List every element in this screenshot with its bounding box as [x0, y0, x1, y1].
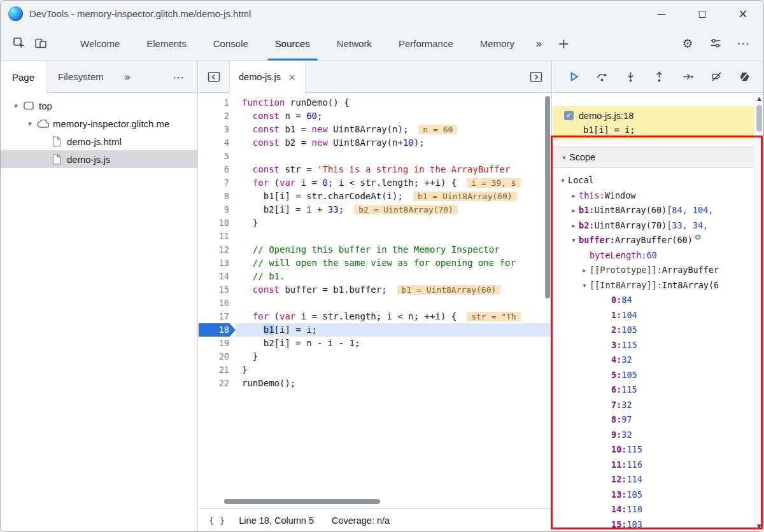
- line-content[interactable]: const buffer = b1.buffer;b1 = Uint8Array…: [236, 283, 551, 297]
- chevron-down-icon[interactable]: ▾: [569, 233, 579, 248]
- tab-network[interactable]: Network: [323, 26, 385, 60]
- line-content[interactable]: [236, 297, 551, 310]
- tree-item-memory-inspector-glitch-me[interactable]: ▾memory-inspector.glitch.me: [1, 115, 197, 132]
- line-number[interactable]: 16: [199, 297, 236, 310]
- chevron-right-icon[interactable]: ▸: [569, 188, 579, 204]
- line-content[interactable]: const str = 'This is a string in the Arr…: [236, 163, 551, 176]
- tab-elements[interactable]: Elements: [133, 26, 200, 60]
- scope-section-local[interactable]: ▾Local: [553, 173, 754, 188]
- breakpoint-entry[interactable]: ✓ demo-js.js:18 b1[i] = i;: [553, 106, 754, 140]
- scope-row-buffer[interactable]: ▾buffer: ArrayBuffer(60)⚙: [553, 233, 754, 248]
- more-options-icon[interactable]: ⋯: [733, 32, 754, 54]
- close-tab-icon[interactable]: ×: [288, 72, 296, 82]
- line-number[interactable]: 2: [199, 109, 236, 123]
- line-number[interactable]: 20: [199, 350, 236, 363]
- chevron-right-icon[interactable]: ▸: [579, 263, 590, 278]
- chevron-right-icon[interactable]: ▸: [569, 218, 579, 234]
- tab-console[interactable]: Console: [200, 26, 262, 60]
- breakpoint-location[interactable]: demo-js.js:18: [579, 111, 633, 121]
- line-number[interactable]: 13: [199, 256, 236, 270]
- line-content[interactable]: [236, 150, 551, 163]
- line-number[interactable]: 9: [199, 203, 236, 216]
- line-content[interactable]: b1[i] = str.charCodeAt(i);b1 = Uint8Arra…: [236, 190, 551, 203]
- line-content[interactable]: }: [236, 350, 551, 363]
- hide-navigator-icon[interactable]: [199, 71, 229, 83]
- line-content[interactable]: b2[i] = i + 33;b2 = Uint8Array(70): [236, 203, 551, 216]
- step-into-icon[interactable]: [623, 69, 639, 85]
- line-number[interactable]: 14: [199, 270, 236, 283]
- chevron-down-icon[interactable]: ▾: [11, 102, 21, 110]
- step-out-icon[interactable]: [651, 69, 667, 85]
- memory-inspector-icon[interactable]: ⚙: [695, 233, 702, 246]
- deactivate-breakpoints-icon[interactable]: [708, 69, 725, 85]
- line-content[interactable]: }: [236, 216, 551, 230]
- scope-section-header[interactable]: ▾ Scope: [553, 146, 754, 168]
- scrollbar-thumb[interactable]: [756, 105, 762, 132]
- open-in-new-panel-icon[interactable]: [530, 71, 542, 83]
- sidebar-tab-filesystem[interactable]: Filesystem: [46, 61, 115, 92]
- chevron-down-icon[interactable]: ▾: [558, 173, 568, 188]
- pause-on-exceptions-icon[interactable]: [737, 69, 753, 85]
- line-content[interactable]: // will open the same view as for openin…: [236, 256, 551, 270]
- minimize-button[interactable]: —: [641, 1, 682, 26]
- line-content[interactable]: const b1 = new Uint8Array(n);n = 60: [236, 123, 551, 136]
- chevron-down-icon[interactable]: ▾: [559, 154, 569, 161]
- line-number[interactable]: 6: [199, 163, 236, 176]
- add-panel-button[interactable]: +: [550, 36, 577, 52]
- editor-tab-demo-js[interactable]: demo-js.js ×: [229, 61, 306, 94]
- device-toolbar-icon[interactable]: [30, 32, 52, 54]
- editor-horizontal-scrollbar[interactable]: [224, 499, 380, 504]
- line-number[interactable]: 5: [199, 150, 236, 163]
- line-content[interactable]: for (var i = 0; i < str.length; ++i) {i …: [236, 176, 551, 190]
- scope-row--int8array-[interactable]: ▾[[Int8Array]]: Int8Array(6: [553, 278, 754, 293]
- scope-row-this[interactable]: ▸this: Window: [553, 188, 754, 204]
- line-number[interactable]: 1: [199, 96, 236, 109]
- step-over-icon[interactable]: [594, 69, 611, 85]
- sidebar-tab-page[interactable]: Page: [1, 61, 46, 94]
- line-content[interactable]: const b2 = new Uint8Array(n+10);: [236, 136, 551, 150]
- line-number[interactable]: 11: [199, 230, 236, 243]
- line-number[interactable]: 17: [199, 310, 236, 323]
- scroll-up-icon[interactable]: ▲: [754, 94, 764, 103]
- sidebar-more-options-icon[interactable]: ⋯: [164, 70, 197, 84]
- scroll-down-icon[interactable]: ▼: [754, 521, 764, 531]
- line-content[interactable]: b1[i] = i;: [236, 323, 551, 337]
- editor-vertical-scrollbar[interactable]: [545, 96, 550, 298]
- line-content[interactable]: [236, 230, 551, 243]
- resume-script-icon[interactable]: [565, 69, 582, 85]
- customize-icon[interactable]: [705, 32, 726, 54]
- code-editor[interactable]: 1function runDemo() {2 const n = 60;3 co…: [199, 93, 551, 508]
- line-number[interactable]: 4: [199, 136, 236, 150]
- more-tabs-chevron-icon[interactable]: »: [528, 37, 550, 50]
- line-content[interactable]: }: [236, 363, 551, 377]
- tab-welcome[interactable]: Welcome: [67, 26, 133, 60]
- step-icon[interactable]: [679, 69, 696, 85]
- line-content[interactable]: function runDemo() {: [236, 96, 551, 109]
- line-number[interactable]: 21: [199, 363, 236, 377]
- tab-memory[interactable]: Memory: [467, 26, 528, 60]
- scope-row-b2[interactable]: ▸b2: Uint8Array(70) [33, 34,: [553, 218, 754, 234]
- tree-item-demo-js-js[interactable]: demo-js.js: [1, 150, 197, 168]
- chevron-right-icon[interactable]: ▸: [569, 203, 579, 218]
- sidebar-overflow-chevron-icon[interactable]: »: [115, 71, 139, 83]
- line-number[interactable]: 8: [199, 190, 236, 203]
- line-number[interactable]: 3: [199, 123, 236, 136]
- tab-sources[interactable]: Sources: [262, 26, 323, 60]
- tab-performance[interactable]: Performance: [385, 26, 467, 60]
- line-number[interactable]: 22: [199, 377, 236, 390]
- scope-row-b1[interactable]: ▸b1: Uint8Array(60) [84, 104,: [553, 203, 754, 218]
- execution-line-number[interactable]: 18: [199, 323, 236, 337]
- line-content[interactable]: const n = 60;: [236, 109, 551, 123]
- pretty-print-icon[interactable]: { }: [209, 515, 225, 526]
- line-content[interactable]: // Opening this buffer in the Memory Ins…: [236, 243, 551, 256]
- line-number[interactable]: 12: [199, 243, 236, 256]
- breakpoint-checkbox[interactable]: ✓: [564, 111, 574, 120]
- inspect-icon[interactable]: [8, 32, 30, 54]
- line-number[interactable]: 15: [199, 283, 236, 297]
- scope-row--prototype-[interactable]: ▸[[Prototype]]: ArrayBuffer: [553, 263, 754, 278]
- line-number[interactable]: 10: [199, 216, 236, 230]
- line-content[interactable]: runDemo();: [236, 377, 551, 390]
- line-content[interactable]: for (var i = str.length; i < n; ++i) {st…: [236, 310, 551, 323]
- close-button[interactable]: ×: [723, 1, 763, 26]
- chevron-down-icon[interactable]: ▾: [579, 278, 590, 293]
